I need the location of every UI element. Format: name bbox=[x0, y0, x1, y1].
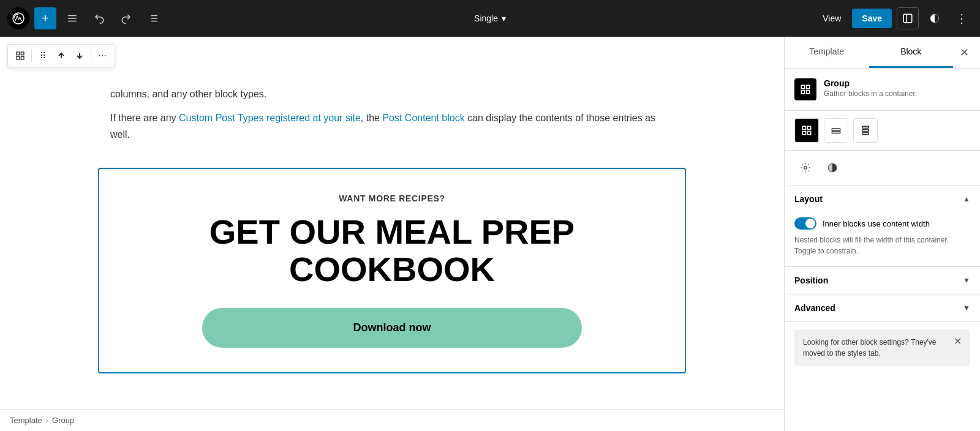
custom-post-types-link[interactable]: Custom Post Types registered at your sit… bbox=[179, 113, 361, 123]
svg-rect-1 bbox=[903, 14, 912, 23]
svg-point-20 bbox=[804, 167, 807, 170]
notification-close-button[interactable]: ✕ bbox=[954, 337, 962, 347]
advanced-section-header[interactable]: Advanced ▼ bbox=[785, 294, 980, 321]
editor-content: columns, and any other block types. If t… bbox=[0, 37, 784, 398]
position-section: Position ▼ bbox=[785, 267, 980, 294]
inner-blocks-toggle[interactable] bbox=[794, 217, 816, 230]
editor-text-section: columns, and any other block types. If t… bbox=[110, 86, 674, 143]
svg-rect-14 bbox=[808, 132, 811, 135]
svg-rect-5 bbox=[17, 56, 20, 59]
layout-chevron-up-icon: ▲ bbox=[963, 195, 970, 203]
settings-contrast-icon[interactable] bbox=[821, 157, 843, 179]
block-description: Gather blocks in a container. bbox=[824, 89, 917, 98]
block-settings-row bbox=[785, 151, 980, 186]
block-icon bbox=[794, 78, 816, 100]
block-info-text: Group Gather blocks in a container. bbox=[824, 78, 917, 98]
editor-paragraph-1: columns, and any other block types. bbox=[110, 86, 674, 102]
options-button[interactable]: ⋮ bbox=[951, 7, 973, 29]
advanced-chevron-down-icon: ▼ bbox=[963, 304, 970, 312]
toolbar-divider-1 bbox=[31, 50, 32, 62]
position-label: Position bbox=[794, 275, 828, 285]
svg-rect-19 bbox=[862, 133, 869, 135]
more-options-icon[interactable]: ⋯ bbox=[94, 47, 111, 64]
layout-toggle-button[interactable] bbox=[897, 7, 919, 29]
post-title[interactable]: Single ▾ bbox=[474, 13, 506, 23]
advanced-section: Advanced ▼ bbox=[785, 294, 980, 322]
redo-button[interactable] bbox=[115, 7, 137, 29]
style-stack-button[interactable] bbox=[853, 118, 878, 143]
cta-title: GET OUR MEAL PREP COOKBOOK bbox=[111, 213, 673, 288]
advanced-label: Advanced bbox=[794, 303, 835, 313]
svg-rect-15 bbox=[832, 129, 840, 130]
wp-logo-icon[interactable] bbox=[7, 7, 29, 29]
block-type-icon[interactable] bbox=[12, 47, 29, 64]
move-down-icon[interactable] bbox=[71, 47, 88, 64]
panel-close-button[interactable]: ✕ bbox=[953, 42, 975, 64]
breadcrumb-group[interactable]: Group bbox=[52, 416, 74, 425]
toolbar-divider-2 bbox=[91, 50, 91, 62]
svg-rect-3 bbox=[17, 52, 20, 55]
move-up-icon[interactable] bbox=[53, 47, 70, 64]
cta-download-button[interactable]: Download now bbox=[202, 308, 582, 348]
svg-rect-9 bbox=[801, 91, 804, 94]
save-button[interactable]: Save bbox=[852, 9, 892, 28]
layout-toggle-row: Inner blocks use content width bbox=[794, 217, 970, 230]
block-toolbar: ⠿ ⋯ bbox=[7, 44, 115, 67]
notification-bar: Looking for other block settings? They'v… bbox=[794, 329, 970, 366]
drag-handle-icon[interactable]: ⠿ bbox=[34, 47, 51, 64]
layout-label: Layout bbox=[794, 194, 823, 204]
cta-block: WANT MORE RECIPES? GET OUR MEAL PREP COO… bbox=[98, 168, 686, 373]
breadcrumb-bar: Template › Group bbox=[0, 409, 784, 431]
right-panel: Template Block ✕ Group Gather blocks in … bbox=[784, 37, 980, 431]
view-button[interactable]: View bbox=[816, 10, 847, 27]
contrast-button[interactable] bbox=[924, 7, 946, 29]
svg-rect-16 bbox=[832, 132, 840, 133]
style-row-button[interactable] bbox=[824, 118, 848, 143]
editor-paragraph-2: If there are any Custom Post Types regis… bbox=[110, 110, 674, 143]
tab-block[interactable]: Block bbox=[869, 37, 954, 68]
svg-rect-8 bbox=[807, 85, 810, 88]
svg-rect-4 bbox=[21, 52, 24, 55]
svg-rect-6 bbox=[21, 56, 24, 59]
block-name: Group bbox=[824, 78, 917, 88]
layout-section-header[interactable]: Layout ▲ bbox=[785, 186, 980, 212]
main-layout: ⠿ ⋯ columns, and any other block types. … bbox=[0, 37, 980, 431]
layout-description: Nested blocks will fill the width of thi… bbox=[794, 234, 970, 257]
position-section-header[interactable]: Position ▼ bbox=[785, 267, 980, 294]
svg-rect-11 bbox=[802, 126, 805, 129]
settings-gear-icon[interactable] bbox=[794, 157, 816, 179]
list-view-button[interactable] bbox=[142, 7, 164, 29]
svg-rect-18 bbox=[862, 130, 869, 132]
layout-section: Layout ▲ Inner blocks use content width … bbox=[785, 186, 980, 267]
tools-button[interactable] bbox=[61, 7, 83, 29]
topbar: + Single ▾ View Save ⋮ bbox=[0, 0, 980, 37]
svg-rect-10 bbox=[807, 91, 810, 94]
panel-header: Template Block ✕ bbox=[785, 37, 980, 69]
svg-rect-7 bbox=[801, 85, 804, 88]
editor-area: ⠿ ⋯ columns, and any other block types. … bbox=[0, 37, 784, 431]
notification-text: Looking for other block settings? They'v… bbox=[803, 337, 949, 359]
layout-content: Inner blocks use content width Nested bl… bbox=[785, 212, 980, 266]
breadcrumb-template[interactable]: Template bbox=[10, 416, 42, 425]
breadcrumb-separator: › bbox=[46, 416, 48, 425]
block-info: Group Gather blocks in a container. bbox=[785, 69, 980, 111]
svg-rect-12 bbox=[808, 126, 811, 129]
post-content-link[interactable]: Post Content block bbox=[382, 113, 464, 123]
add-block-button[interactable]: + bbox=[34, 7, 56, 29]
tab-template[interactable]: Template bbox=[785, 37, 869, 68]
position-chevron-down-icon: ▼ bbox=[963, 276, 970, 285]
svg-rect-13 bbox=[802, 132, 805, 135]
undo-button[interactable] bbox=[88, 7, 110, 29]
svg-rect-17 bbox=[862, 126, 869, 128]
cta-subtitle: WANT MORE RECIPES? bbox=[111, 193, 673, 203]
style-filled-button[interactable] bbox=[794, 118, 819, 143]
block-style-icons bbox=[785, 111, 980, 151]
inner-blocks-toggle-label: Inner blocks use content width bbox=[823, 219, 930, 228]
